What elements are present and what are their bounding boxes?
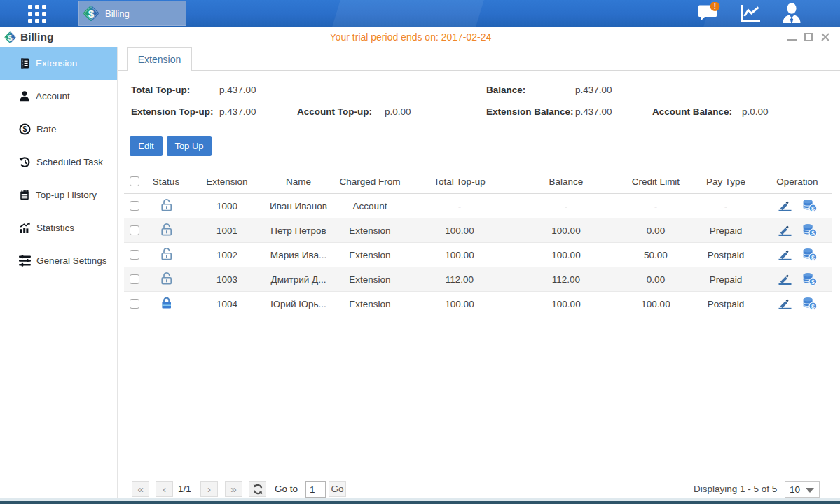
svg-text:$: $ [88,8,95,20]
svg-text:$: $ [811,205,815,212]
svg-text:$: $ [8,34,13,42]
svg-text:$: $ [811,230,815,237]
svg-text:$: $ [811,303,815,310]
svg-text:$: $ [811,279,815,286]
svg-text:!: ! [714,3,716,10]
svg-text:$: $ [811,254,815,261]
svg-text:$: $ [23,125,27,133]
